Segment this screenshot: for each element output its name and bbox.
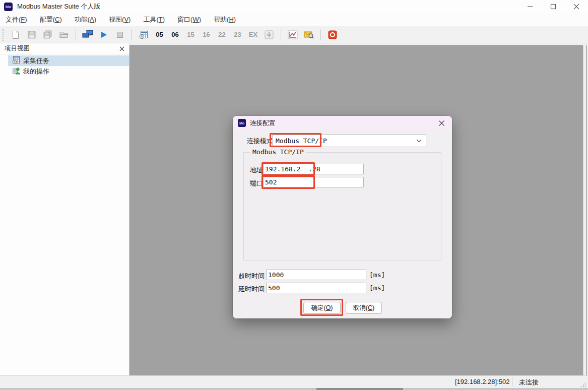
dialog-title-bar[interactable]: Mo 连接配置 [233, 116, 452, 130]
menu-item-window[interactable]: 窗口(W) [173, 14, 206, 26]
menu-item-config[interactable]: 配置(C) [35, 14, 67, 26]
tree-item-collection-task[interactable]: 采集任务 [8, 55, 129, 66]
dialog-close-icon[interactable] [436, 119, 447, 127]
panel-close-icon[interactable] [119, 46, 124, 51]
collection-task-icon [12, 56, 20, 66]
maximize-icon[interactable] [542, 0, 565, 13]
bottom-scrollbar[interactable] [0, 388, 588, 390]
dialog-body: 连接模式 Modbus TCP/IP Modbus TCP/IP 地址 端口 超… [233, 130, 452, 318]
open-folder-icon[interactable] [57, 28, 71, 42]
status-bar: [192.168.2.28]:502 未连接 [0, 375, 588, 388]
right-edge-strip [583, 45, 588, 375]
new-file-icon[interactable] [9, 28, 23, 42]
dialog-title: 连接配置 [250, 119, 275, 127]
resize-grip[interactable] [581, 381, 586, 386]
group-title: Modbus TCP/IP [250, 148, 306, 156]
download-icon[interactable] [262, 28, 276, 42]
status-divider [512, 377, 512, 386]
menu-item-view[interactable]: 视图(V) [104, 14, 135, 26]
port-input[interactable] [263, 177, 364, 187]
toolbar-separator [281, 29, 281, 40]
code-15-button[interactable]: 15 [183, 28, 199, 41]
delay-input[interactable] [266, 283, 366, 293]
project-view-panel: 项目视图 采集任务 我的操作 [0, 43, 129, 375]
menu-item-function[interactable]: 功能(A) [70, 14, 101, 26]
app-window: Mo Modbus Master Suite 个人版 文件(F) 配置(C) 功… [0, 0, 588, 390]
my-operation-icon [12, 67, 20, 76]
status-connection-state: 未连接 [519, 378, 539, 387]
toolbar-separator [320, 29, 321, 40]
code-ex-button[interactable]: EX [245, 28, 261, 41]
title-bar: Mo Modbus Master Suite 个人版 [0, 0, 588, 13]
code-06-button[interactable]: 06 [167, 28, 183, 41]
menu-item-file[interactable]: 文件(F) [1, 14, 32, 26]
delay-unit: [ms] [369, 284, 385, 292]
mode-value: Modbus TCP/IP [276, 137, 327, 145]
chevron-down-icon [416, 139, 422, 143]
code-16-button[interactable]: 16 [199, 28, 214, 41]
timeout-label: 超时时间 [238, 272, 265, 281]
dialog-logo-icon: Mo [238, 119, 246, 127]
record-icon[interactable] [325, 28, 340, 42]
collection-task-icon[interactable] [137, 28, 151, 42]
toolbar-grip[interactable] [3, 29, 6, 41]
menu-item-help[interactable]: 帮助(H) [209, 14, 240, 26]
code-05-button[interactable]: 05 [152, 28, 167, 41]
mode-label: 连接模式 [247, 137, 273, 146]
tree-item-label: 我的操作 [23, 67, 49, 76]
project-tree: 采集任务 我的操作 [0, 54, 129, 77]
tree-item-my-operation[interactable]: 我的操作 [0, 66, 129, 77]
chart-icon[interactable] [286, 28, 300, 42]
save-all-icon[interactable] [41, 28, 55, 42]
cancel-button[interactable]: 取消(C) [346, 302, 382, 314]
timeout-unit: [ms] [369, 271, 385, 279]
delay-label: 延时时间 [238, 285, 265, 294]
panel-title: 项目视图 [5, 44, 30, 53]
panel-header: 项目视图 [0, 43, 129, 54]
window-title: Modbus Master Suite 个人版 [17, 2, 100, 11]
stop-icon[interactable] [113, 28, 127, 42]
ok-button[interactable]: 确定(O) [303, 302, 341, 314]
toolbar: 05 06 15 16 22 23 EX [0, 26, 588, 43]
status-endpoint: [192.168.2.28]:502 [455, 378, 509, 385]
address-label: 地址 [250, 166, 263, 175]
menu-bar: 文件(F) 配置(C) 功能(A) 视图(V) 工具(T) 窗口(W) 帮助(H… [0, 13, 588, 26]
code-23-button[interactable]: 23 [230, 28, 245, 41]
save-icon[interactable] [25, 28, 39, 42]
close-icon[interactable] [565, 0, 588, 13]
port-label: 端口 [250, 179, 263, 188]
toolbar-separator [132, 29, 132, 40]
mode-select[interactable]: Modbus TCP/IP [272, 135, 426, 147]
start-icon[interactable] [97, 28, 111, 42]
address-input[interactable] [263, 164, 364, 174]
minimize-icon[interactable] [518, 0, 542, 13]
modbus-tcpip-group: Modbus TCP/IP 地址 端口 [243, 152, 441, 261]
connect-icon[interactable] [81, 28, 95, 42]
log-search-icon[interactable] [302, 28, 316, 42]
timeout-input[interactable] [266, 270, 366, 280]
menu-item-tools[interactable]: 工具(T) [139, 14, 169, 26]
scrollbar-thumb[interactable] [316, 388, 403, 390]
app-logo-icon: Mo [4, 3, 13, 11]
toolbar-separator [76, 29, 76, 40]
connection-config-dialog: Mo 连接配置 连接模式 Modbus TCP/IP Modbus TCP/IP… [233, 116, 452, 318]
code-22-button[interactable]: 22 [214, 28, 230, 41]
tree-item-label: 采集任务 [23, 56, 49, 66]
